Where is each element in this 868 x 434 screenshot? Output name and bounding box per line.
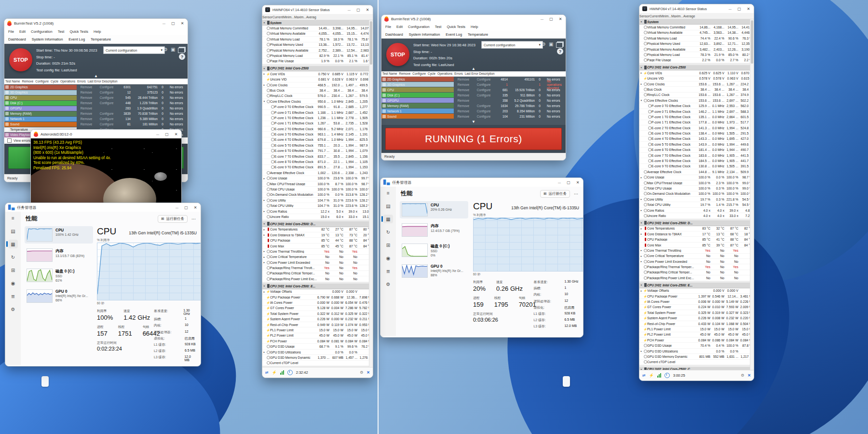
sensor-row[interactable]: E-core 9 T0 Effective Clock 891.5 ... 27… xyxy=(262,165,373,170)
sensor-row[interactable]: ▸ GPU D3D Utilizations 0.0 % 0.0 % xyxy=(262,350,373,355)
sensor-row[interactable]: Page File Usage 1.9 % 0.0 % 2.1 % 1.6 % xyxy=(262,59,373,64)
remove-link[interactable]: Remove xyxy=(454,104,473,108)
sensor-row[interactable]: PL2 Power Limit 45.0 W 45.0 W 45.0 W 45.… xyxy=(262,333,373,339)
table-row[interactable]: 3D Graphics Remove Configure 1 1 No oper… xyxy=(381,82,566,87)
dual-display-icon[interactable] xyxy=(556,42,563,48)
sensor-row[interactable]: GPU D3D Memory Dynamic 801 MB 552 MB 1,6… xyxy=(639,354,754,359)
table-row[interactable]: Memory (RAM) Remove Configure 1634 29.78… xyxy=(381,103,566,108)
column-header[interactable]: Test Name xyxy=(381,72,398,75)
sensor-row[interactable]: E-core 3 T0 Effective Clock 138.4 ... 0.… xyxy=(639,131,754,136)
column-header[interactable]: Errors xyxy=(76,80,86,83)
column-header[interactable]: Sensor xyxy=(639,14,650,18)
column-header[interactable]: Maxim... xyxy=(294,15,306,19)
column-header[interactable]: Average xyxy=(683,14,695,18)
configure-link[interactable]: Configure xyxy=(473,94,494,97)
nav-rail-icon[interactable]: ⊞ xyxy=(8,266,18,274)
sensor-row[interactable]: Current cTDP Level xyxy=(639,360,754,365)
configure-link[interactable]: Configure xyxy=(473,78,494,81)
sensor-row[interactable]: ▸ Core Clocks 468.5 ... 192.0 ... 1,497 … xyxy=(262,82,373,88)
expand-icon[interactable]: ▸ xyxy=(639,71,643,74)
sensor-row[interactable]: Ring/LLC Clock 576.0 ... 230.4 ... 1,267… xyxy=(262,94,373,99)
sensor-row[interactable]: ▾ CPU [#0]: Intel Core-2500 xyxy=(639,65,754,70)
scrollbar[interactable] xyxy=(369,20,373,367)
expand-icon[interactable]: ▸ xyxy=(639,209,643,212)
collapse-arrow-icon[interactable]: ▲ xyxy=(94,74,98,78)
nav-rail-icon[interactable]: ⚙ xyxy=(8,305,18,313)
sensor-list[interactable]: ▾ System Virtual Memory Committed 14,49.… xyxy=(262,20,373,367)
hwinfo-titlebar[interactable]: i HWiNFO64 v7.14-4610 Sensor Status xyxy=(262,5,373,14)
table-row[interactable]: Disk (C:) Remove Configure 448 1.226 Tri… xyxy=(4,100,188,106)
column-header[interactable]: Current xyxy=(272,15,283,19)
minimize-icon[interactable] xyxy=(557,180,562,185)
expand-icon[interactable]: ▸ xyxy=(262,233,266,236)
perf-card[interactable]: GPU 0 Intel(R) Iris(R) Xe Gr... 66% xyxy=(25,287,93,305)
sensor-row[interactable]: E-core 2 T0 Effective Clock 960.6 ... 5.… xyxy=(262,126,373,132)
sensor-row[interactable]: Total System Power 0.325 W 0.319 W 0.327… xyxy=(639,310,754,315)
save-icon[interactable] xyxy=(549,41,553,48)
tab[interactable]: System Information xyxy=(32,37,63,41)
sensor-row[interactable]: E-core 4 T0 Effective Clock 143.3 ... 0.… xyxy=(639,136,754,142)
expand-icon[interactable]: ▾ xyxy=(262,21,266,24)
configure-link[interactable]: Configure xyxy=(473,88,494,92)
sensor-row[interactable]: IA Cores Power 0.006 W 0.000 W 5.149 W 0… xyxy=(639,299,754,304)
expand-icon[interactable]: ▾ xyxy=(639,20,643,23)
sensor-row[interactable]: Average Effective Clock 1,002 ... 120.6 … xyxy=(262,170,373,176)
remove-link[interactable]: Remove xyxy=(77,91,96,94)
sensor-row[interactable]: Physical Memory Available 2,752... 2,389… xyxy=(262,48,373,53)
column-header[interactable]: Operations xyxy=(436,72,453,75)
remove-link[interactable]: Remove xyxy=(454,99,473,102)
nav-rail-icon[interactable]: ↻ xyxy=(383,228,393,236)
expand-icon[interactable]: ▸ xyxy=(262,250,266,253)
sensor-row[interactable]: ▸ Core Critical Temperature No No No xyxy=(262,255,373,260)
sensor-row[interactable]: E-core 8 T0 Effective Clock 184.5 ... 0.… xyxy=(639,158,754,163)
sensor-row[interactable]: ▸ Core VIDs 0.750 V 0.685 V 1.115 V 0.77… xyxy=(262,71,373,77)
table-row[interactable]: Disk (C:) Remove Configure 335 911 Billi… xyxy=(381,93,566,98)
sensor-row[interactable]: P-core 1 T0 Effective Clock 135.1 ... 0.… xyxy=(639,114,754,120)
expand-icon[interactable]: ▸ xyxy=(262,177,266,180)
sensor-row[interactable]: ▾ System xyxy=(262,20,373,26)
sensor-row[interactable]: P-core 0 T0 Effective Clock 990.5 ... 91… xyxy=(262,104,373,109)
sensor-row[interactable]: Total CPU Utility 104.7 % 31.0 % 223.6 %… xyxy=(262,203,373,208)
tab[interactable]: Temperature xyxy=(91,37,111,41)
sensor-row[interactable]: Max CPU/Thread Usage 100.0 % 8.7 % 100.0… xyxy=(262,181,373,187)
sensor-row[interactable]: PCH Power 0.084 W 0.086 W 0.084 W 0.084 … xyxy=(639,338,754,343)
sensor-row[interactable]: Bus Clock 38.4 ... 38.4 ... 38.4 ... 38.… xyxy=(639,87,754,92)
configure-link[interactable]: Configure xyxy=(473,115,494,118)
sensor-row[interactable]: E-core 2 T0 Effective Clock 141.3 ... 0.… xyxy=(639,125,754,131)
tab[interactable]: Event Log xyxy=(68,37,85,41)
sensor-row[interactable]: E-core 5 T0 Effective Clock 755.1 ... 20… xyxy=(262,143,373,148)
sensor-row[interactable]: ▸ Core Temperatures 82 °C 27 °C 87 °C 80… xyxy=(262,227,373,232)
perf-card[interactable]: 内存 13.1/15.7 GB (83%) xyxy=(25,246,93,264)
checkbox[interactable] xyxy=(7,138,12,143)
remove-link[interactable]: Remove xyxy=(77,122,96,126)
sensor-row[interactable]: ▸ Voltage Offsets 0.000 V 0.000 V xyxy=(262,289,373,295)
sensor-row[interactable]: Virtual Memory Load 78.1 % 18.3 % 78.1 %… xyxy=(262,37,373,42)
expand-icon[interactable]: ▾ xyxy=(262,100,266,103)
taskmgr-titlebar[interactable]: ▊▄ 任务管理器 xyxy=(380,178,583,187)
sensor-row[interactable]: CPU Package Power 1.397 W 0.546 W 12.14.… xyxy=(639,294,754,299)
column-header[interactable]: Configure xyxy=(34,80,50,83)
minimize-icon[interactable] xyxy=(728,7,732,11)
graph-icon[interactable] xyxy=(280,370,284,375)
expand-icon[interactable]: ▸ xyxy=(262,261,266,264)
reorder-arrows-icon[interactable] xyxy=(642,373,646,378)
save-icon[interactable] xyxy=(171,47,175,53)
nav-rail-icon[interactable]: ▦ xyxy=(8,240,18,248)
maximize-icon[interactable] xyxy=(171,21,176,26)
remove-link[interactable]: Remove xyxy=(454,78,473,81)
asteroids-titlebar[interactable]: AsteroidsD3D12-0 xyxy=(31,130,181,138)
nav-rail-icon[interactable]: ≡ xyxy=(383,189,393,197)
dual-display-icon[interactable] xyxy=(178,48,185,53)
sensor-row[interactable]: Uncore Ratio 15.0 x 6.0 x 33.0 x 15.1 x xyxy=(262,214,373,219)
nav-rail-icon[interactable]: ↻ xyxy=(8,253,18,261)
sensor-row[interactable]: Rest-of-Chip Power 0.433 W 0.104 W 1.068… xyxy=(639,321,754,326)
sensor-row[interactable]: GT Cores Power 0.224 W 0.010 W 7.593 W 2… xyxy=(639,305,754,310)
sensor-row[interactable]: PCH Power 0.084 W 0.081 W 0.084 W 0.084 … xyxy=(262,339,373,344)
sensor-row[interactable]: P-core 1 T1 Effective Clock 177.8 ... 0.… xyxy=(639,120,754,125)
sensor-row[interactable]: ▸ Core VIDs 0.625 V 0.625 V 1.110 V 0.67… xyxy=(639,70,754,76)
sensor-row[interactable]: GPU D3D Usage 70.4 % 0.4 % 100.0 % 87.8 … xyxy=(639,343,754,348)
table-row[interactable]: 3D Graphics Remove Configure 12 375123 0… xyxy=(4,90,188,95)
minimize-icon[interactable] xyxy=(347,8,352,12)
close-icon[interactable] xyxy=(558,17,563,21)
sensor-row[interactable]: E-core 8 T0 Effective Clock 871.0 ... 22… xyxy=(262,159,373,164)
